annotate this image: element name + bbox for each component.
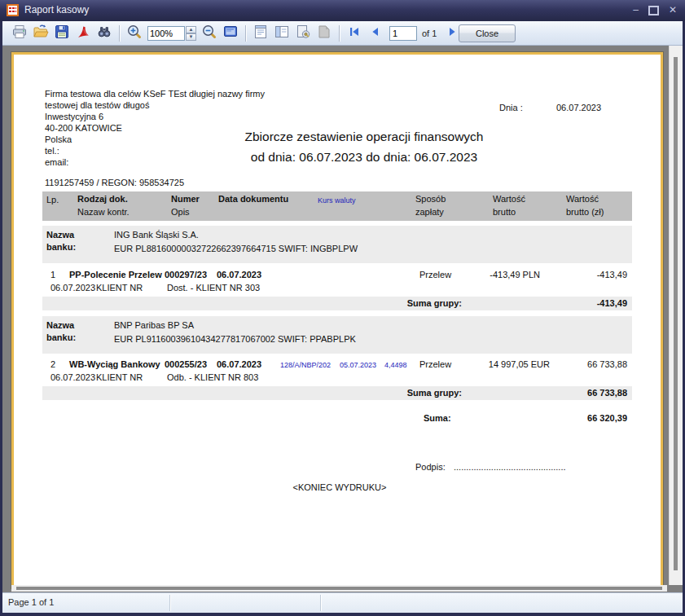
- fullscreen-monitor-icon: [222, 24, 239, 42]
- row-wartosc-zl: 66 733,88: [531, 359, 627, 369]
- table-header: Lp. Rodzaj dok. Nazaw kontr. Numer Opis …: [42, 191, 632, 221]
- horizontal-scrollbar[interactable]: [11, 585, 667, 592]
- signature-dots: ........................................…: [454, 462, 566, 472]
- zoom-out-button[interactable]: [200, 24, 219, 43]
- zoom-spinbox: ▲▼: [147, 26, 196, 41]
- close-button[interactable]: Close: [459, 24, 516, 42]
- regon-line: 1191257459 / REGON: 958534725: [45, 178, 184, 187]
- row-opis: Dost. - KLIENT NR 303: [167, 283, 260, 293]
- row-data: 06.07.2023: [217, 270, 261, 279]
- row-wartosc-zl: -413,49: [531, 270, 627, 279]
- title-bar: Raport kasowy ‒ ✕: [0, 0, 685, 21]
- zoom-in-button[interactable]: [125, 24, 144, 43]
- print-options-button[interactable]: [293, 24, 313, 43]
- zoom-out-icon: [201, 24, 217, 42]
- row-rodzaj: WB-Wyciąg Bankowy: [69, 359, 160, 369]
- col-lp: Lp.: [46, 195, 59, 205]
- company-line: Inwestycyjna 6: [45, 112, 103, 121]
- app-window: Raport kasowy ‒ ✕ ▲▼ of 1 Clos: [0, 0, 685, 616]
- company-line: Polska: [45, 134, 72, 144]
- fullscreen-button[interactable]: [221, 24, 240, 43]
- row-numer: 000255/23: [165, 359, 207, 369]
- page-number-input[interactable]: [389, 26, 417, 41]
- group-subtotal-row: Suma grupy: -413,49: [42, 297, 632, 310]
- page-count-label: of 1: [422, 29, 437, 38]
- pdf-icon: [75, 24, 91, 42]
- table-row: 2 WB-Wyciąg Bankowy 000255/23 06.07.2023…: [42, 357, 632, 386]
- bank-account: EUR PL91160039610434277817067002 SWIFT: …: [114, 334, 356, 344]
- group-subtotal-label: Suma grupy:: [327, 298, 462, 308]
- bank-label: banku:: [46, 332, 76, 342]
- group-subtotal-row: Suma grupy: 66 733,88: [42, 386, 632, 400]
- toolbar: ▲▼ of 1 Close: [2, 21, 683, 46]
- zoom-value-input[interactable]: [147, 26, 185, 41]
- save-icon: [54, 24, 70, 42]
- zoom-spinner: ▲▼: [186, 26, 196, 41]
- total-value: 66 320,39: [531, 413, 627, 423]
- report-subtitle: od dnia: 06.07.2023 do dnia: 06.07.2023: [103, 150, 625, 165]
- toolbar-separator: [119, 25, 120, 42]
- open-button[interactable]: [31, 24, 50, 43]
- horizontal-scrollbar-thumb[interactable]: [16, 587, 662, 590]
- thumbnails-button[interactable]: [272, 24, 292, 43]
- col-sposob-1: Sposób: [415, 194, 446, 204]
- col-opis: Opis: [171, 207, 190, 217]
- col-wartosc-2: brutto: [493, 207, 516, 217]
- date-value: 06.07.2023: [556, 103, 601, 112]
- bank-name: ING Bank Śląski S.A.: [114, 230, 199, 240]
- col-kurs: Kurs waluty: [318, 196, 356, 205]
- row-lp: 1: [50, 270, 55, 279]
- bank-label: banku:: [46, 242, 76, 252]
- bank-account: EUR PL88160000032722662397664715 SWIFT: …: [114, 244, 358, 253]
- open-folder-icon: [33, 24, 49, 42]
- total-label: Suma:: [424, 413, 451, 423]
- row-kontrahent: KLIENT NR: [96, 372, 143, 382]
- col-sposob-2: zapłaty: [415, 207, 444, 217]
- col-data: Data dokumentu: [218, 194, 288, 204]
- pdf-export-button[interactable]: [73, 24, 93, 43]
- window-title: Raport kasowy: [24, 4, 89, 15]
- prev-page-icon: [368, 24, 383, 42]
- page-status-text: Page 1 of 1: [8, 597, 54, 607]
- group-subtotal-value: -413,49: [531, 298, 627, 308]
- vertical-scrollbar[interactable]: [669, 46, 683, 585]
- company-line: tel.:: [45, 146, 59, 156]
- export-disabled-icon: [316, 24, 332, 42]
- row-data2: 06.07.2023: [50, 283, 95, 293]
- col-rodzaj: Rodzaj dok.: [77, 194, 128, 204]
- find-button[interactable]: [94, 24, 114, 43]
- maximize-icon[interactable]: [648, 6, 659, 15]
- report-title: Zbiorcze zestawienie operacji finansowyc…: [103, 130, 625, 144]
- print-button[interactable]: [10, 24, 29, 43]
- save-button[interactable]: [52, 24, 72, 43]
- row-data: 06.07.2023: [217, 359, 261, 369]
- toolbar-separator: [339, 25, 340, 42]
- group-subtotal-label: Suma grupy:: [327, 388, 462, 398]
- print-icon: [11, 24, 28, 42]
- zoom-spin-down-icon[interactable]: ▼: [186, 33, 196, 41]
- first-page-button[interactable]: [345, 24, 364, 43]
- statusbar-divider: [169, 595, 170, 611]
- zoom-in-icon: [126, 24, 143, 42]
- bank-label: Nazwa: [46, 230, 74, 240]
- company-line: Firma testowa dla celów KSeF TEst długie…: [45, 89, 265, 99]
- col-nazaw: Nazaw kontr.: [77, 207, 130, 217]
- prev-page-button[interactable]: [366, 24, 385, 43]
- close-window-icon[interactable]: ✕: [669, 3, 677, 16]
- col-wartosc-1: Wartość: [493, 194, 525, 204]
- page-setup-button[interactable]: [251, 24, 270, 43]
- col-wartosc-zl-2: brutto (zł): [566, 207, 604, 217]
- first-page-icon: [347, 24, 362, 42]
- minimize-icon[interactable]: ‒: [633, 3, 639, 16]
- vertical-scrollbar-thumb[interactable]: [674, 57, 678, 570]
- row-lp: 2: [50, 359, 55, 369]
- row-kurs-rate: 4,4498: [384, 361, 407, 369]
- zoom-spin-up-icon[interactable]: ▲: [186, 26, 196, 33]
- row-numer: 000297/23: [165, 270, 207, 279]
- statusbar-divider: [320, 595, 321, 611]
- end-of-print-marker: <KONIEC WYDRUKU>: [258, 482, 421, 492]
- window-controls: ‒ ✕: [633, 3, 677, 16]
- table-row: 1 PP-Polecenie Przelew 000297/23 06.07.2…: [42, 267, 632, 297]
- bank-name: BNP Paribas BP SA: [114, 320, 194, 330]
- report-page: Firma testowa dla celów KSeF TEst długie…: [11, 52, 663, 588]
